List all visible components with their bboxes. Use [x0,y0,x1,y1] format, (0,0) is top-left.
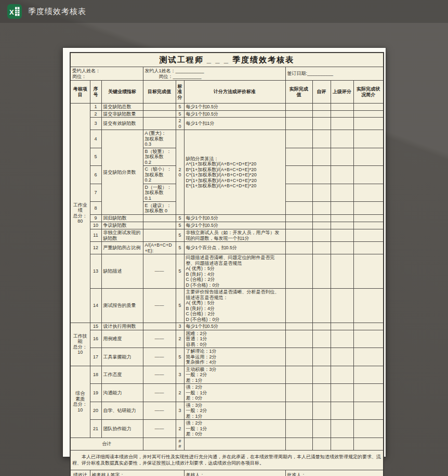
cell-self-rating[interactable] [312,104,331,111]
cell-supervisor-rating[interactable] [331,323,353,330]
party-a-field[interactable]: 发约人1姓名：___________ 岗位：___________ [143,67,285,81]
cell-self-rating[interactable] [312,229,331,242]
cell-target[interactable] [143,222,176,229]
assessor-signature-field[interactable]: 考核人： 日期： [184,470,285,476]
cell-supervisor-rating[interactable] [331,104,353,111]
cell-status-note[interactable] [353,384,384,402]
cell-actual[interactable] [285,130,312,148]
cell-self-rating[interactable] [312,222,331,229]
cell-target[interactable] [143,229,176,242]
assessee-signature-field[interactable]: 被考核人签字： 日期： [90,470,184,476]
cell-actual[interactable] [285,148,312,166]
cell-self-rating[interactable] [312,130,331,148]
cell-status-note[interactable] [353,202,384,215]
cell-actual[interactable] [285,202,312,215]
cell-self-rating[interactable] [312,166,331,184]
cell-status-note[interactable] [353,215,384,222]
cell-actual[interactable] [285,323,312,330]
cell-supervisor-rating[interactable] [331,148,353,166]
cell-actual[interactable] [285,289,312,323]
cell-supervisor-rating[interactable] [331,420,353,438]
cell-supervisor-rating[interactable] [331,215,353,222]
cell-status-note[interactable] [353,222,384,229]
cell-self-rating[interactable] [312,202,331,215]
cell-status-note[interactable] [353,130,384,148]
cell-supervisor-rating[interactable] [331,130,353,148]
cell-actual[interactable] [285,104,312,111]
cell-self-rating[interactable] [312,402,331,420]
cell-status-note[interactable] [353,184,384,202]
cell-supervisor-rating[interactable] [331,289,353,323]
cell-actual[interactable] [285,438,312,450]
cell-status-note[interactable] [353,438,384,450]
cell-actual[interactable] [285,118,312,130]
cell-supervisor-rating[interactable] [331,438,353,450]
cell-status-note[interactable] [353,148,384,166]
cell-target[interactable] [143,438,176,450]
cell-self-rating[interactable] [312,242,331,254]
party-b-field[interactable]: 受约人姓名： 岗位： [70,67,143,81]
cell-status-note[interactable] [353,166,384,184]
cell-actual[interactable] [285,330,312,348]
cell-status-note[interactable] [353,110,384,118]
cell-actual[interactable] [285,420,312,438]
cell-self-rating[interactable] [312,118,331,130]
cell-self-rating[interactable] [312,348,331,366]
cell-status-note[interactable] [353,242,384,254]
cell-self-rating[interactable] [312,438,331,450]
cell-actual[interactable] [285,384,312,402]
cell-supervisor-rating[interactable] [331,402,353,420]
cell-supervisor-rating[interactable] [331,222,353,229]
cell-status-note[interactable] [353,104,384,111]
cell-actual[interactable] [285,166,312,184]
cell-self-rating[interactable] [312,323,331,330]
cell-target[interactable] [143,104,176,111]
cell-status-note[interactable] [353,229,384,242]
cell-status-note[interactable] [353,366,384,384]
approver-signature-field[interactable]: 批准人： 日期： [285,470,384,476]
cell-supervisor-rating[interactable] [331,229,353,242]
cell-actual[interactable] [285,215,312,222]
cell-supervisor-rating[interactable] [331,348,353,366]
cell-status-note[interactable] [353,330,384,348]
cell-supervisor-rating[interactable] [331,366,353,384]
sign-date-field[interactable]: 签订日期:__________ [285,67,384,81]
cell-actual[interactable] [285,348,312,366]
cell-self-rating[interactable] [312,384,331,402]
cell-target[interactable] [143,118,176,130]
cell-supervisor-rating[interactable] [331,242,353,254]
cell-actual[interactable] [285,229,312,242]
cell-actual[interactable] [285,254,312,289]
cell-self-rating[interactable] [312,330,331,348]
cell-supervisor-rating[interactable] [331,202,353,215]
cell-self-rating[interactable] [312,110,331,118]
cell-status-note[interactable] [353,289,384,323]
cell-status-note[interactable] [353,323,384,330]
cell-supervisor-rating[interactable] [331,384,353,402]
cell-self-rating[interactable] [312,289,331,323]
cell-self-rating[interactable] [312,420,331,438]
cell-status-note[interactable] [353,402,384,420]
cell-actual[interactable] [285,242,312,254]
cell-actual[interactable] [285,222,312,229]
cell-status-note[interactable] [353,118,384,130]
cell-status-note[interactable] [353,348,384,366]
cell-self-rating[interactable] [312,148,331,166]
cell-self-rating[interactable] [312,215,331,222]
cell-actual[interactable] [285,366,312,384]
cell-supervisor-rating[interactable] [331,330,353,348]
cell-supervisor-rating[interactable] [331,118,353,130]
cell-status-note[interactable] [353,254,384,289]
cell-target[interactable] [143,323,176,330]
cell-target[interactable] [143,215,176,222]
cell-supervisor-rating[interactable] [331,184,353,202]
cell-actual[interactable] [285,402,312,420]
cell-self-rating[interactable] [312,254,331,289]
cell-actual[interactable] [285,110,312,118]
cell-self-rating[interactable] [312,184,331,202]
cell-supervisor-rating[interactable] [331,166,353,184]
cell-self-rating[interactable] [312,366,331,384]
cell-status-note[interactable] [353,420,384,438]
cell-target[interactable] [143,110,176,118]
cell-actual[interactable] [285,184,312,202]
